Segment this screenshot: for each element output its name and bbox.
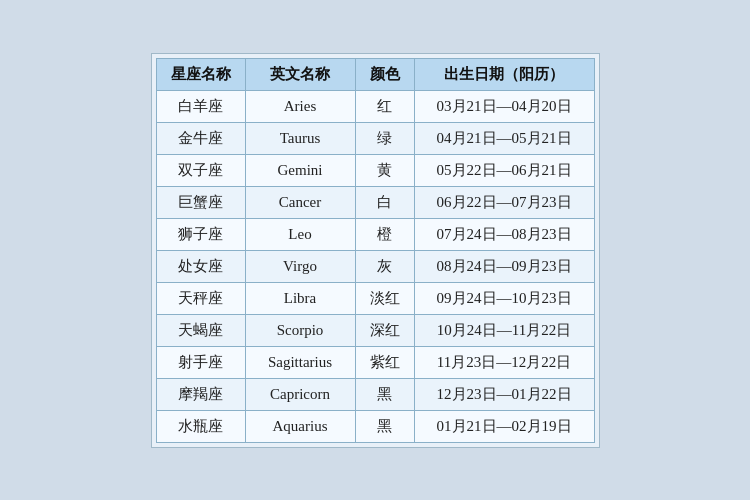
cell-zh: 狮子座 [156,218,245,250]
cell-color: 黑 [355,378,414,410]
table-row: 天蝎座Scorpio深红10月24日—11月22日 [156,314,594,346]
header-color: 颜色 [355,58,414,90]
cell-zh: 摩羯座 [156,378,245,410]
zodiac-table: 星座名称 英文名称 颜色 出生日期（阳历） 白羊座Aries红03月21日—04… [156,58,595,443]
cell-zh: 天秤座 [156,282,245,314]
cell-en: Gemini [245,154,355,186]
cell-zh: 天蝎座 [156,314,245,346]
cell-color: 绿 [355,122,414,154]
cell-zh: 白羊座 [156,90,245,122]
header-date: 出生日期（阳历） [414,58,594,90]
cell-en: Aries [245,90,355,122]
table-row: 巨蟹座Cancer白06月22日—07月23日 [156,186,594,218]
cell-date: 09月24日—10月23日 [414,282,594,314]
cell-date: 03月21日—04月20日 [414,90,594,122]
table-row: 摩羯座Capricorn黑12月23日—01月22日 [156,378,594,410]
cell-zh: 巨蟹座 [156,186,245,218]
cell-color: 黄 [355,154,414,186]
cell-zh: 处女座 [156,250,245,282]
cell-en: Sagittarius [245,346,355,378]
cell-en: Leo [245,218,355,250]
cell-en: Aquarius [245,410,355,442]
cell-date: 12月23日—01月22日 [414,378,594,410]
cell-date: 04月21日—05月21日 [414,122,594,154]
header-zh: 星座名称 [156,58,245,90]
cell-date: 10月24日—11月22日 [414,314,594,346]
cell-date: 05月22日—06月21日 [414,154,594,186]
cell-date: 07月24日—08月23日 [414,218,594,250]
cell-color: 黑 [355,410,414,442]
table-row: 双子座Gemini黄05月22日—06月21日 [156,154,594,186]
cell-zh: 射手座 [156,346,245,378]
cell-en: Cancer [245,186,355,218]
table-row: 白羊座Aries红03月21日—04月20日 [156,90,594,122]
cell-color: 橙 [355,218,414,250]
cell-en: Scorpio [245,314,355,346]
cell-color: 深红 [355,314,414,346]
cell-en: Taurus [245,122,355,154]
cell-zh: 水瓶座 [156,410,245,442]
table-row: 天秤座Libra淡红09月24日—10月23日 [156,282,594,314]
cell-zh: 金牛座 [156,122,245,154]
cell-date: 01月21日—02月19日 [414,410,594,442]
cell-color: 红 [355,90,414,122]
table-row: 狮子座Leo橙07月24日—08月23日 [156,218,594,250]
cell-color: 淡红 [355,282,414,314]
cell-en: Libra [245,282,355,314]
cell-date: 08月24日—09月23日 [414,250,594,282]
table-row: 处女座Virgo灰08月24日—09月23日 [156,250,594,282]
cell-color: 紫红 [355,346,414,378]
table-row: 水瓶座Aquarius黑01月21日—02月19日 [156,410,594,442]
cell-date: 06月22日—07月23日 [414,186,594,218]
cell-en: Capricorn [245,378,355,410]
zodiac-table-container: 星座名称 英文名称 颜色 出生日期（阳历） 白羊座Aries红03月21日—04… [151,53,600,448]
cell-date: 11月23日—12月22日 [414,346,594,378]
table-row: 射手座Sagittarius紫红11月23日—12月22日 [156,346,594,378]
table-header-row: 星座名称 英文名称 颜色 出生日期（阳历） [156,58,594,90]
cell-color: 灰 [355,250,414,282]
cell-color: 白 [355,186,414,218]
table-row: 金牛座Taurus绿04月21日—05月21日 [156,122,594,154]
cell-zh: 双子座 [156,154,245,186]
cell-en: Virgo [245,250,355,282]
header-en: 英文名称 [245,58,355,90]
